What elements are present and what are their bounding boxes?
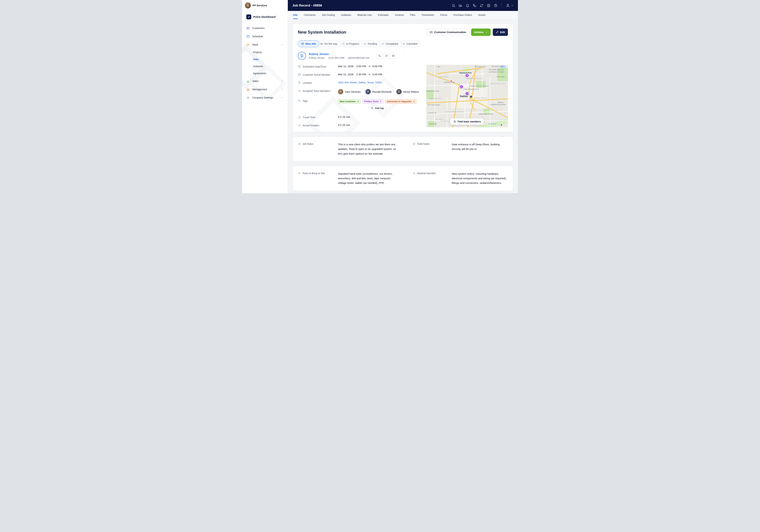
tab-estimates[interactable]: Estimates — [378, 11, 389, 19]
team-member-marker[interactable] — [465, 73, 469, 77]
help-icon[interactable] — [494, 4, 498, 7]
sidebar-item-sales[interactable]: Sales — [242, 77, 288, 85]
org-switcher[interactable]: FP Services — [242, 0, 288, 11]
status-canceled[interactable]: Canceled — [399, 40, 421, 47]
notifications-bell-icon[interactable] — [466, 4, 469, 7]
tools-material-card: Tools to Bring to Site Standard hand too… — [293, 166, 513, 191]
team-member-marker[interactable] — [465, 92, 469, 96]
button-label: Edit — [500, 31, 505, 34]
fleet-truck-icon[interactable] — [459, 4, 462, 7]
brand[interactable]: Pulse Dashboard — [242, 11, 288, 19]
edit-button[interactable]: Edit — [493, 28, 508, 36]
sidebar-nav: Customers Schedule Work Projects Jobs Su… — [242, 24, 288, 102]
tab-subtasks[interactable]: Subtasks — [341, 11, 351, 19]
sidebar-item-company-settings[interactable]: Company Settings — [242, 93, 288, 102]
search-icon[interactable] — [451, 4, 455, 7]
map-label: Parkland Health — [444, 81, 455, 83]
contact-card-icon — [392, 55, 395, 57]
member-name: Henry Rekins — [403, 90, 419, 93]
tab-job-costing[interactable]: Job Costing — [322, 11, 335, 19]
sparkle-icon — [298, 172, 301, 175]
team-member-marker[interactable] — [459, 85, 463, 89]
status-completed[interactable]: Completed — [378, 40, 401, 47]
sidebar-item-jobs[interactable]: Jobs — [242, 56, 288, 63]
customer-communication-button[interactable]: Customer Communication — [427, 28, 469, 36]
tab-timesheets[interactable]: Timesheets — [421, 11, 434, 19]
map-label: Kiest Park — [429, 123, 437, 125]
pencil-icon — [496, 31, 499, 34]
actions-button[interactable]: Actions — [471, 28, 491, 36]
map-label: SOUTH DALLAS — [475, 97, 487, 99]
customer-phone: (214) 555-2290 — [328, 57, 345, 59]
member-name: Sam Denmez — [345, 90, 361, 93]
phone-icon[interactable] — [473, 4, 476, 7]
tab-material-lists[interactable]: Material Lists — [357, 11, 372, 19]
tab-invoices[interactable]: Invoices — [395, 11, 404, 19]
map-label: The Dallas Arboretum — [489, 69, 504, 71]
call-customer-button[interactable] — [376, 53, 383, 59]
end-time: 6:00 PM — [372, 65, 382, 68]
sidebar-item-label: Schedule — [252, 35, 263, 38]
map-label: WEST DALLAS — [430, 98, 441, 99]
status-pending[interactable]: Pending — [360, 40, 380, 47]
status-in-progress[interactable]: In Progress — [339, 40, 362, 47]
status-label: On the way — [325, 42, 337, 45]
management-icon — [246, 88, 250, 91]
sidebar-item-customers[interactable]: Customers — [242, 24, 288, 32]
tab-purchase-orders[interactable]: Purchase Orders — [453, 11, 472, 19]
team-member[interactable]: Ronald Richards — [365, 89, 392, 94]
org-name: FP Services — [253, 4, 267, 7]
map-label: Park — [437, 66, 440, 68]
sidebar-item-label: Projects — [253, 51, 262, 54]
label-text: Assigned Team Members — [303, 89, 330, 92]
chevron-down-icon — [485, 31, 488, 33]
status-on-the-way[interactable]: On the way — [317, 40, 341, 47]
sync-icon[interactable] — [480, 4, 484, 7]
label-text: Location — [303, 81, 312, 84]
spinner-icon — [342, 42, 345, 45]
customer-row: Aubrey Jensen Aubrey Jensen · (214) 555-… — [298, 52, 508, 60]
tag: Prefers Texts — [362, 99, 383, 104]
add-tag-button[interactable]: Add tag — [369, 106, 386, 111]
avatar — [396, 89, 402, 94]
team-member[interactable]: Henry Rekins — [396, 89, 419, 94]
job-summary-card: New System Installation Customer Communi… — [293, 24, 513, 132]
tab-assets[interactable]: Assets — [478, 11, 486, 19]
sidebar-item-label: Customers — [252, 27, 264, 29]
tab-files[interactable]: Files — [410, 11, 415, 19]
material-text: New system unit(s), mounting hardware, e… — [452, 171, 508, 185]
field-value: Mar 12, 2026 2:30 PM 5:00 PM — [338, 73, 382, 76]
sidebar-item-work[interactable]: Work — [242, 40, 288, 49]
remove-tag-icon[interactable] — [380, 100, 382, 102]
location-link[interactable]: 1601 Elm Street, Dallas, Texas 75201 — [338, 81, 382, 84]
map-label: Casa Linda — [497, 76, 504, 77]
map-label: William Blair Jr. Park — [479, 113, 493, 115]
remove-tag-icon[interactable] — [357, 100, 359, 102]
label-text: Actual Duration — [303, 124, 319, 127]
message-customer-button[interactable] — [383, 53, 390, 59]
status-new-job[interactable]: New Job — [298, 40, 319, 47]
find-team-members-button[interactable]: Find team members — [450, 118, 484, 125]
sidebar-item-schedule[interactable]: Schedule — [242, 32, 288, 40]
map-label: Trinity River — [488, 123, 497, 125]
remove-tag-icon[interactable] — [413, 100, 415, 102]
user-menu[interactable] — [506, 3, 513, 8]
tab-info[interactable]: Info — [293, 11, 298, 19]
map-label: Central Market — [475, 66, 485, 68]
team-member[interactable]: Sam Denmez — [338, 89, 361, 94]
tab-comments[interactable]: Comments — [304, 11, 316, 19]
customer-name-link[interactable]: Aubrey Jensen — [309, 53, 370, 56]
pause-icon — [363, 42, 366, 45]
tasks-clipboard-icon[interactable] — [487, 4, 491, 7]
sidebar-item-management[interactable]: Management — [242, 85, 288, 93]
field-label: Location — [298, 81, 338, 84]
sidebar-item-projects[interactable]: Projects — [242, 49, 288, 56]
tab-forms[interactable]: Forms — [440, 11, 448, 19]
phone-icon — [378, 55, 381, 57]
sidebar-item-agreements[interactable]: Agreements — [242, 70, 288, 77]
sidebar-item-subtasks[interactable]: Subtasks — [242, 63, 288, 70]
page-title: Job Record - #8856 — [292, 4, 322, 7]
job-location-map[interactable]: Park Central Market The Home Depot Highl… — [426, 65, 508, 127]
contact-card-button[interactable] — [390, 53, 397, 59]
chevron-down-icon — [281, 43, 283, 46]
